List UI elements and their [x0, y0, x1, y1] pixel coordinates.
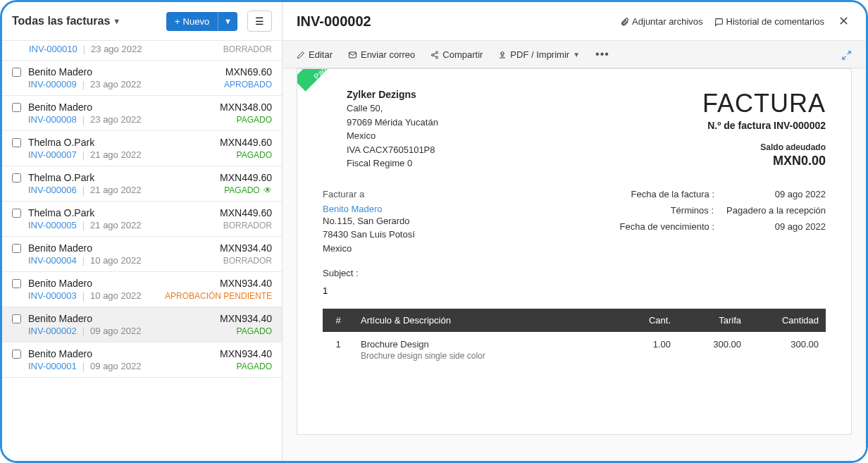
invoice-id[interactable]: INV-000004: [28, 255, 77, 266]
pdf-print-button[interactable]: PDF / Imprimir ▼: [498, 49, 580, 60]
list-item[interactable]: Benito Madero MXN934.40 INV-000004 | 10 …: [2, 237, 282, 272]
sidebar-header: Todas las facturas ▼ + Nuevo ▼ ☰: [2, 2, 282, 41]
invoice-id[interactable]: INV-000007: [28, 149, 77, 160]
list-item[interactable]: Benito Madero MXN69.60 INV-000009 | 23 a…: [2, 61, 282, 96]
list-item[interactable]: Thelma O.Park MXN449.60 INV-000007 | 21 …: [2, 131, 282, 166]
status-badge: PAGADO: [237, 150, 272, 160]
invoice-amount: MXN934.40: [220, 278, 272, 289]
separator: |: [82, 185, 85, 195]
expand-icon: [841, 48, 852, 60]
invoice-document: Pagado Zylker Dezigns Calle 50, 97069 Mé…: [297, 68, 852, 435]
row-checkbox[interactable]: [12, 279, 21, 288]
table-header-row: # Artículo & Descripción Cant. Tarifa Ca…: [323, 309, 826, 332]
list-item[interactable]: Thelma O.Park MXN449.60 INV-000005 | 21 …: [2, 202, 282, 237]
list-item[interactable]: INV-000010 | 23 ago 2022 BORRADOR: [2, 41, 282, 61]
company-line: Fiscal Regime 0: [347, 156, 438, 171]
invoice-id[interactable]: INV-000001: [28, 361, 77, 371]
send-email-button[interactable]: Enviar correo: [348, 49, 415, 60]
invoice-id[interactable]: INV-000002: [28, 326, 77, 336]
list-item[interactable]: Benito Madero MXN348.00 INV-000008 | 23 …: [2, 96, 282, 131]
bill-to-line: Mexico: [323, 242, 620, 256]
balance-value: MXN0.00: [702, 154, 826, 168]
invoice-id[interactable]: INV-000006: [28, 185, 77, 195]
invoice-date: 10 ago 2022: [90, 290, 141, 301]
invoice-id[interactable]: INV-000010: [29, 44, 78, 54]
customer-name: Benito Madero: [28, 101, 92, 113]
invoice-amount: MXN449.60: [220, 172, 272, 183]
invoice-list-panel: Todas las facturas ▼ + Nuevo ▼ ☰ INV-000…: [2, 2, 283, 461]
company-block: Zylker Dezigns Calle 50, 97069 Mérida Yu…: [347, 89, 438, 171]
new-button[interactable]: + Nuevo: [166, 12, 218, 31]
invoice-date: 21 ago 2022: [90, 185, 141, 195]
row-checkbox[interactable]: [12, 173, 21, 183]
status-badge: PAGADO 👁: [224, 185, 272, 195]
separator: |: [82, 149, 85, 160]
invoice-date-value: 09 ago 2022: [727, 189, 826, 199]
invoice-list[interactable]: INV-000010 | 23 ago 2022 BORRADOR Benito…: [2, 41, 282, 461]
detail-toolbar: Editar Enviar correo Compartir PDF / Imp…: [283, 41, 866, 68]
svg-point-3: [436, 56, 438, 58]
hamburger-button[interactable]: ☰: [247, 11, 272, 32]
bill-to-name[interactable]: Benito Madero: [323, 204, 620, 214]
comments-label: Historial de comentarios: [726, 16, 824, 27]
company-line: Mexico: [347, 129, 438, 143]
invoice-amount: MXN934.40: [220, 348, 272, 359]
filter-dropdown[interactable]: Todas las facturas ▼: [12, 15, 120, 27]
customer-name: Benito Madero: [28, 313, 92, 324]
company-line: 97069 Mérida Yucatán: [347, 116, 438, 130]
invoice-document-wrap[interactable]: Pagado Zylker Dezigns Calle 50, 97069 Mé…: [283, 68, 866, 461]
separator: |: [82, 290, 85, 301]
share-icon: [430, 49, 439, 60]
row-checkbox[interactable]: [12, 314, 21, 323]
close-button[interactable]: ✕: [836, 11, 852, 32]
list-item[interactable]: Benito Madero MXN934.40 INV-000001 | 09 …: [2, 342, 282, 378]
invoice-date: 23 ago 2022: [91, 44, 142, 54]
bill-to-block: Facturar a Benito Madero No.115, San Ger…: [323, 189, 620, 256]
invoice-id[interactable]: INV-000009: [28, 79, 77, 89]
list-item[interactable]: Thelma O.Park MXN449.60 INV-000006 | 21 …: [2, 166, 282, 202]
expand-button[interactable]: [841, 48, 852, 61]
comment-icon: [714, 16, 724, 26]
row-checkbox[interactable]: [12, 209, 21, 218]
status-badge: PAGADO: [237, 326, 272, 336]
list-item[interactable]: Benito Madero MXN934.40 INV-000003 | 10 …: [2, 272, 282, 307]
row-checkbox[interactable]: [12, 103, 21, 112]
ribbon-wrap: Pagado: [297, 69, 358, 130]
invoice-date-label: Fecha de la factura :: [623, 189, 714, 199]
more-button[interactable]: •••: [595, 48, 609, 61]
invoice-date: 23 ago 2022: [90, 79, 141, 89]
customer-name: Benito Madero: [28, 278, 92, 289]
col-qty: Cant.: [621, 309, 678, 332]
terms-label: Términos :: [622, 205, 714, 216]
caret-down-icon: ▼: [573, 51, 580, 58]
list-item[interactable]: Benito Madero MXN934.40 INV-000002 | 09 …: [2, 307, 282, 342]
status-badge: PAGADO: [237, 115, 272, 125]
attach-files-button[interactable]: Adjuntar archivos: [620, 16, 702, 26]
col-rate: Tarifa: [678, 309, 748, 332]
comments-history-button[interactable]: Historial de comentarios: [714, 16, 824, 26]
detail-header: INV-000002 Adjuntar archivos Historial d…: [283, 2, 866, 41]
invoice-id[interactable]: INV-000003: [28, 290, 77, 301]
row-checkbox[interactable]: [12, 138, 21, 147]
plus-icon: +: [175, 16, 180, 27]
customer-name: Thelma O.Park: [28, 137, 94, 148]
new-button-label: Nuevo: [183, 16, 210, 27]
bill-to-line: 78430 San Luis Potosí: [323, 228, 620, 242]
new-button-dropdown[interactable]: ▼: [218, 12, 237, 31]
customer-name: Benito Madero: [28, 66, 92, 78]
item-name: Brochure Design: [361, 339, 614, 350]
row-checkbox[interactable]: [12, 350, 21, 359]
row-checkbox[interactable]: [12, 68, 21, 77]
item-desc: Brochure design single side color: [361, 351, 614, 361]
close-icon: ✕: [838, 14, 849, 28]
invoice-id[interactable]: INV-000005: [28, 220, 77, 230]
row-checkbox[interactable]: [12, 244, 21, 253]
col-amount: Cantidad: [748, 309, 826, 332]
invoice-id[interactable]: INV-000008: [28, 114, 77, 125]
edit-button[interactable]: Editar: [297, 49, 333, 60]
invoice-amount: MXN934.40: [220, 242, 272, 254]
company-name: Zylker Dezigns: [347, 89, 438, 100]
line-items-table: # Artículo & Descripción Cant. Tarifa Ca…: [323, 309, 826, 368]
caret-down-icon: ▼: [113, 17, 120, 25]
share-button[interactable]: Compartir: [430, 49, 483, 60]
